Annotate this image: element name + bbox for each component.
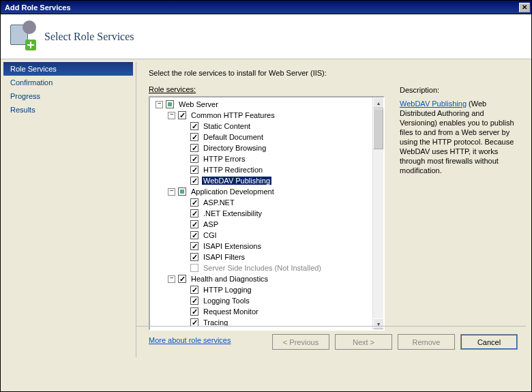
tree-node-label[interactable]: Default Document	[202, 133, 265, 141]
remove-button[interactable]: Remove	[398, 334, 455, 350]
tree-node: Default Document	[153, 132, 372, 142]
tree-node: ASP	[153, 219, 372, 230]
tree-node-label[interactable]: .NET Extensibility	[202, 209, 263, 217]
main-area: Select the role services to install for …	[136, 62, 526, 357]
tree-node-label[interactable]: Server Side Includes (Not Installed)	[202, 264, 323, 272]
checkbox[interactable]	[190, 166, 198, 174]
collapse-icon[interactable]: −	[156, 101, 163, 108]
scrollbar-vertical[interactable]: ▴ ▾	[372, 97, 383, 329]
checkbox[interactable]	[190, 198, 198, 207]
checkbox[interactable]	[190, 209, 198, 217]
tree-node: −Application Development	[153, 186, 372, 197]
title-bar: Add Role Services ✕	[1, 1, 531, 14]
nav-panel: Role ServicesConfirmationProgressResults	[3, 62, 133, 117]
collapse-icon[interactable]: −	[168, 188, 175, 196]
checkbox[interactable]	[190, 307, 198, 316]
tree-node-label[interactable]: Common HTTP Features	[190, 111, 276, 119]
tree-node: .NET Extensibility	[153, 208, 372, 219]
role-services-column: Role services: −Web Server−Common HTTP F…	[149, 85, 385, 344]
tree-node: HTTP Redirection	[153, 164, 372, 175]
tree-node: ISAPI Extensions	[153, 241, 372, 252]
nav-item-confirmation[interactable]: Confirmation	[3, 76, 133, 89]
button-bar: < Previous Next > Remove Cancel	[136, 326, 526, 357]
tree-node-label[interactable]: HTTP Errors	[202, 155, 247, 163]
tree-scroll[interactable]: −Web Server−Common HTTP FeaturesStatic C…	[150, 97, 372, 329]
tree-node-label[interactable]: Directory Browsing	[202, 144, 267, 152]
checkbox[interactable]	[190, 286, 198, 294]
previous-button[interactable]: < Previous	[272, 334, 329, 350]
tree-node-label[interactable]: ASP.NET	[202, 198, 236, 207]
tree-node: ASP.NET	[153, 197, 372, 208]
next-button[interactable]: Next >	[335, 334, 392, 350]
checkbox[interactable]	[190, 220, 198, 228]
tree-node: −Common HTTP Features	[153, 110, 372, 121]
tree-node: −Health and Diagnostics	[153, 273, 372, 284]
nav-item-progress[interactable]: Progress	[3, 89, 133, 103]
window-title: Add Role Services	[5, 3, 71, 12]
tree-node: Request Monitor	[153, 306, 372, 317]
collapse-icon[interactable]: −	[168, 112, 175, 119]
tree-node: Static Content	[153, 121, 372, 132]
tree-node-label[interactable]: WebDAV Publishing	[202, 177, 271, 185]
nav-item-role-services[interactable]: Role Services	[3, 62, 133, 76]
tree-node-label[interactable]: Application Development	[190, 187, 276, 196]
description-body: (Web Distributed Authoring and Versionin…	[400, 100, 514, 175]
tree-node: HTTP Logging	[153, 284, 372, 295]
wizard-window: Add Role Services ✕ Select Role Services…	[0, 0, 532, 392]
wizard-icon	[9, 23, 36, 50]
tree-node: −Web Server	[153, 99, 372, 110]
tree-node-label[interactable]: Request Monitor	[202, 307, 260, 316]
tree-node-label[interactable]: HTTP Logging	[202, 286, 253, 294]
checkbox	[190, 264, 198, 272]
checkbox[interactable]	[190, 177, 198, 185]
checkbox[interactable]	[178, 111, 186, 119]
tree-node-label[interactable]: Web Server	[177, 100, 220, 108]
tree-node-label[interactable]: Logging Tools	[202, 297, 251, 305]
tree-node-label[interactable]: ASP	[202, 220, 220, 228]
description-column: Description: WebDAV Publishing (Web Dist…	[385, 85, 516, 344]
description-text: WebDAV Publishing (Web Distributed Autho…	[400, 99, 516, 175]
checkbox[interactable]	[178, 187, 186, 196]
tree-node: Server Side Includes (Not Installed)	[153, 262, 372, 273]
close-button[interactable]: ✕	[519, 3, 530, 12]
tree-node-label[interactable]: Static Content	[202, 122, 252, 130]
tree-node-label[interactable]: CGI	[202, 231, 218, 239]
checkbox[interactable]	[190, 297, 198, 305]
tree-node-label[interactable]: ISAPI Filters	[202, 253, 246, 261]
header-area: Select Role Services	[1, 14, 531, 59]
tree-container: −Web Server−Common HTTP FeaturesStatic C…	[149, 96, 385, 331]
tree-label: Role services:	[149, 85, 385, 93]
scroll-thumb[interactable]	[373, 108, 383, 149]
checkbox[interactable]	[190, 122, 198, 130]
cancel-button[interactable]: Cancel	[460, 334, 518, 350]
collapse-icon[interactable]: −	[168, 275, 175, 283]
checkbox[interactable]	[190, 253, 198, 261]
tree-node: HTTP Errors	[153, 153, 372, 164]
scroll-up-icon[interactable]: ▴	[373, 97, 384, 108]
tree-node: ISAPI Filters	[153, 252, 372, 262]
tree-node: Directory Browsing	[153, 142, 372, 153]
checkbox[interactable]	[178, 275, 186, 283]
description-label: Description:	[400, 85, 516, 95]
checkbox[interactable]	[190, 231, 198, 239]
checkbox[interactable]	[190, 155, 198, 163]
checkbox[interactable]	[166, 100, 174, 108]
instruction-text: Select the role services to install for …	[149, 69, 516, 77]
checkbox[interactable]	[190, 133, 198, 141]
tree-node: WebDAV Publishing	[153, 175, 372, 186]
description-link[interactable]: WebDAV Publishing	[400, 100, 467, 108]
checkbox[interactable]	[190, 144, 198, 152]
page-title: Select Role Services	[44, 31, 134, 43]
tree-node-label[interactable]: HTTP Redirection	[202, 166, 264, 174]
tree-node-label[interactable]: ISAPI Extensions	[202, 242, 263, 250]
tree-node: Logging Tools	[153, 295, 372, 306]
tree-node: CGI	[153, 230, 372, 241]
tree-node-label[interactable]: Health and Diagnostics	[190, 275, 269, 283]
nav-item-results[interactable]: Results	[3, 103, 133, 117]
checkbox[interactable]	[190, 242, 198, 250]
